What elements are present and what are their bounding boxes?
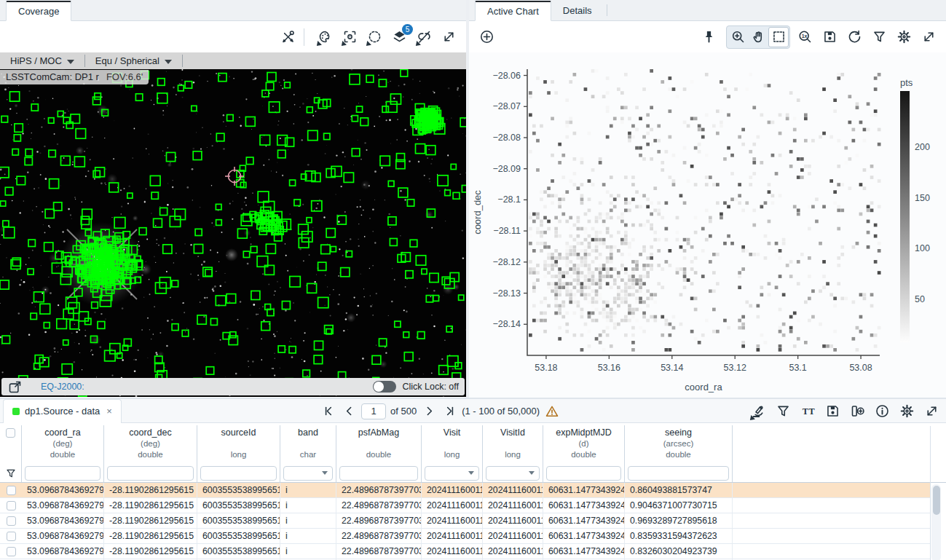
firefly-app: Coverage 5 HiPS / MOC Equ / Spherical xyxy=(0,0,946,560)
row-checkbox[interactable] xyxy=(7,532,16,541)
tab-details[interactable]: Details xyxy=(551,0,604,20)
projection-dropdown[interactable]: Equ / Spherical xyxy=(85,52,182,69)
expand-table-icon[interactable] xyxy=(921,401,942,422)
coverage-sky-image[interactable]: LSSTComCam: DP1 r FOV:6.6' EQ-J2000: Cli… xyxy=(0,69,466,397)
add-chart-icon[interactable] xyxy=(476,27,497,47)
row-checkbox[interactable] xyxy=(7,486,16,495)
table-scrollbar[interactable] xyxy=(931,484,941,560)
svg-text:200: 200 xyxy=(915,142,930,152)
table-cell: 22.489687873977033 xyxy=(336,529,422,543)
top-row: Coverage 5 HiPS / MOC Equ / Spherical xyxy=(0,0,946,398)
hide-overlays-icon[interactable] xyxy=(414,27,434,47)
zoom-mode-icon[interactable] xyxy=(728,27,748,47)
column-header-sourceId[interactable]: sourceId long xyxy=(197,425,280,464)
zoom-original-icon[interactable] xyxy=(795,27,815,47)
hips-moc-dropdown[interactable]: HiPS / MOC xyxy=(0,52,84,69)
save-table-icon[interactable] xyxy=(822,401,843,422)
table-row[interactable]: 53.09687843692796-28.1190286129561560035… xyxy=(0,513,930,529)
scrollbar-thumb[interactable] xyxy=(933,486,940,515)
table-popout-options-icon[interactable] xyxy=(748,401,768,422)
filter-select-VisitId[interactable] xyxy=(486,466,540,481)
table-row[interactable]: 53.09687843692796-28.1190286129561560035… xyxy=(0,483,930,498)
filter-select-Visit[interactable] xyxy=(425,466,479,481)
next-page-icon[interactable] xyxy=(421,403,437,419)
table-filter-icon[interactable] xyxy=(773,401,793,422)
click-lock-toggle[interactable] xyxy=(373,381,396,393)
svg-text:−28.12: −28.12 xyxy=(492,257,521,267)
column-header-Visit[interactable]: Visit long xyxy=(422,425,483,464)
table-cell: 600355353899565160 xyxy=(197,498,280,513)
select-region-icon[interactable] xyxy=(364,27,385,47)
expand-panel-icon[interactable] xyxy=(438,27,459,47)
table-cell: 60631.14773439246 xyxy=(543,513,625,528)
table-cell: 53.09687843692796 xyxy=(22,483,104,497)
last-page-icon[interactable] xyxy=(441,403,457,419)
chart-settings-icon[interactable] xyxy=(894,27,914,47)
svg-text:−28.09: −28.09 xyxy=(492,164,521,174)
density-heatmap-chart[interactable]: −28.06−28.07−28.08−28.09−28.1−28.11−28.1… xyxy=(469,52,943,398)
table-info-icon[interactable] xyxy=(872,401,892,422)
starfield-with-source-markers[interactable] xyxy=(0,69,466,397)
select-all-checkbox[interactable] xyxy=(6,428,15,438)
column-header-expMidptMJD[interactable]: expMidptMJD(d)double xyxy=(543,425,625,464)
layers-icon[interactable]: 5 xyxy=(389,27,409,47)
column-header-coord_dec[interactable]: coord_dec(deg)double xyxy=(104,425,197,464)
pin-chart-icon[interactable] xyxy=(698,27,719,47)
svg-text:53.08: 53.08 xyxy=(849,363,872,373)
row-checkbox[interactable] xyxy=(7,547,16,556)
header-checkbox-cell xyxy=(0,425,22,464)
close-table-icon[interactable]: × xyxy=(106,406,112,417)
color-table-icon[interactable] xyxy=(315,27,335,47)
column-header-coord_ra[interactable]: coord_ra(deg)double xyxy=(22,425,104,464)
recenter-icon[interactable] xyxy=(339,27,360,47)
pan-mode-icon[interactable] xyxy=(748,27,768,47)
filter-input-seeing[interactable] xyxy=(628,466,729,481)
first-page-icon[interactable] xyxy=(320,403,336,419)
filter-select-band[interactable] xyxy=(283,466,333,481)
filter-input-sourceId[interactable] xyxy=(200,466,277,481)
add-column-icon[interactable] xyxy=(847,401,867,422)
table-cell: 60631.14773439246 xyxy=(543,498,625,513)
table-row[interactable]: 53.09687843692796-28.1190286129561560035… xyxy=(0,544,930,559)
text-view-icon[interactable]: TT xyxy=(797,401,818,422)
expand-chart-icon[interactable] xyxy=(918,27,939,47)
row-checkbox-cell xyxy=(0,529,22,543)
select-mode-icon[interactable] xyxy=(768,27,789,47)
popout-image-icon[interactable] xyxy=(4,376,25,397)
coordinate-readout-label[interactable]: EQ-J2000: xyxy=(41,382,84,392)
filter-input-expMidptMJD[interactable] xyxy=(546,466,621,481)
chart-area: −28.06−28.07−28.08−28.09−28.1−28.11−28.1… xyxy=(469,52,946,398)
tab-coverage[interactable]: Coverage xyxy=(6,1,71,21)
page-input[interactable] xyxy=(361,403,386,419)
row-checkbox[interactable] xyxy=(7,501,16,510)
table-settings-icon[interactable] xyxy=(896,401,917,422)
filter-input-psfAbMag[interactable] xyxy=(339,466,418,481)
table-row[interactable]: 53.09687843692796-28.1190286129561560035… xyxy=(0,529,930,544)
table-cell: i xyxy=(280,529,336,543)
tools-icon[interactable] xyxy=(277,27,298,47)
filter-cell-coord_ra xyxy=(22,464,104,482)
column-header-seeing[interactable]: seeing(arcsec)double xyxy=(625,425,733,464)
row-checkbox[interactable] xyxy=(7,516,16,526)
column-header-VisitId[interactable]: VisitId long xyxy=(483,425,543,464)
filter-chart-icon[interactable] xyxy=(869,27,889,47)
column-header-psfAbMag[interactable]: psfAbMag double xyxy=(336,425,422,464)
fov-label: FOV:6.6' xyxy=(106,71,143,82)
tab-active-chart-label: Active Chart xyxy=(487,6,539,17)
table-cell: 2024111600111 xyxy=(422,544,483,559)
svg-text:53.14: 53.14 xyxy=(661,363,683,373)
table-cell: 600355353899565160 xyxy=(197,529,280,543)
warning-icon[interactable] xyxy=(544,403,560,419)
table-cell: 22.489687873977033 xyxy=(336,483,422,497)
tab-active-chart[interactable]: Active Chart xyxy=(475,1,551,21)
save-chart-icon[interactable] xyxy=(819,27,840,47)
table-tab[interactable]: dp1.Source - data × xyxy=(3,399,122,423)
filter-input-coord_ra[interactable] xyxy=(25,466,100,481)
prev-page-icon[interactable] xyxy=(341,403,357,419)
column-header-band[interactable]: band char xyxy=(280,425,336,464)
filter-input-coord_dec[interactable] xyxy=(107,466,194,481)
table-row[interactable]: 53.09687843692796-28.1190286129561560035… xyxy=(0,498,930,513)
restore-chart-icon[interactable] xyxy=(844,27,864,47)
filter-row-icon[interactable] xyxy=(5,468,17,479)
chevron-down-icon xyxy=(67,60,74,64)
